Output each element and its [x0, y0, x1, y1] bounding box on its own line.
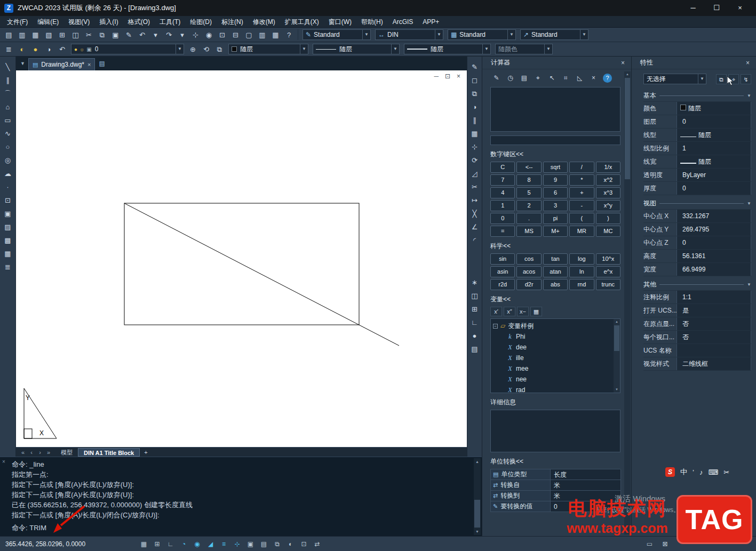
- open-file-icon[interactable]: ▥: [16, 29, 28, 41]
- dropdown-arrow-icon[interactable]: ▼: [507, 30, 515, 39]
- redo-list-icon[interactable]: ▾: [176, 29, 188, 41]
- edit-variable-icon[interactable]: x″: [504, 307, 515, 316]
- layer-states-icon[interactable]: ◐: [16, 43, 28, 55]
- lineweight-combo[interactable]: 随层 ▼: [404, 44, 491, 54]
- calculator-scrollbar[interactable]: ▲: [624, 71, 631, 534]
- minimize-button[interactable]: ─: [681, 0, 705, 16]
- calc-key[interactable]: trunc: [596, 279, 620, 290]
- calc-key[interactable]: 7: [490, 174, 515, 186]
- next-tab-icon[interactable]: ›: [36, 449, 44, 456]
- copy-icon[interactable]: ⧉: [468, 87, 481, 100]
- dynamic-input-icon[interactable]: ⊹: [232, 539, 243, 549]
- doc-close-button[interactable]: ×: [457, 73, 460, 80]
- table-style-combo[interactable]: ▦ Standard ▼: [448, 29, 516, 40]
- calc-key[interactable]: 9: [543, 174, 568, 186]
- linetype-combo[interactable]: 随层 ▼: [313, 44, 400, 54]
- variable-item[interactable]: k Phi: [493, 331, 612, 342]
- new-file-icon[interactable]: ▤: [3, 29, 15, 41]
- annotation-scale-icon[interactable]: ▤: [258, 539, 269, 549]
- point-tool-icon[interactable]: ∙: [2, 181, 14, 193]
- extend-icon[interactable]: ↦: [468, 194, 481, 206]
- menu-item[interactable]: 视图(V): [63, 16, 94, 28]
- copy-clip-icon[interactable]: ⧉: [96, 29, 108, 41]
- property-value[interactable]: 1: [677, 142, 751, 155]
- dropdown-arrow-icon[interactable]: ▼: [698, 74, 706, 84]
- calc-key[interactable]: +: [569, 187, 594, 198]
- dropdown-arrow-icon[interactable]: ▼: [362, 30, 370, 39]
- command-prompt[interactable]: 命令: TRIM: [12, 523, 46, 533]
- calc-key[interactable]: rnd: [569, 279, 594, 290]
- plot-icon[interactable]: ⊞: [56, 29, 68, 41]
- calc-key[interactable]: 8: [516, 174, 541, 186]
- toggle-pickadd-icon[interactable]: ⧉: [716, 74, 727, 84]
- calc-key[interactable]: <--: [516, 162, 541, 173]
- block-tool-icon[interactable]: ⊡: [2, 194, 14, 206]
- polygon-tool-icon[interactable]: ⌂: [2, 101, 14, 113]
- paste-to-command-icon[interactable]: ▤: [518, 73, 530, 84]
- numpad-header[interactable]: 数字键区<<: [490, 150, 620, 159]
- clean-screen-icon[interactable]: ⊠: [659, 539, 671, 549]
- layer-previous-icon[interactable]: ↶: [56, 43, 68, 55]
- doc-restore-button[interactable]: ⊡: [445, 73, 450, 80]
- command-scrollbar[interactable]: ▲ ▼: [474, 458, 481, 535]
- calc-key[interactable]: pi: [543, 213, 568, 224]
- property-value[interactable]: 0: [677, 236, 751, 249]
- mleader-style-combo[interactable]: ↗ Standard ▼: [520, 29, 588, 40]
- unit-row-value[interactable]: 长度: [551, 469, 621, 480]
- new-tab-icon[interactable]: ▤: [95, 60, 108, 67]
- unit-row-value[interactable]: 米: [551, 480, 621, 491]
- property-value[interactable]: 56.1361: [677, 250, 751, 262]
- prev-tab-icon[interactable]: ‹: [28, 449, 35, 456]
- variable-item[interactable]: X dee: [493, 342, 612, 353]
- match-properties-icon[interactable]: ✎: [123, 29, 135, 41]
- calc-key[interactable]: r2d: [490, 279, 515, 290]
- command-window[interactable]: × 命令: _line指定第一点:指定下一点或 [角度(A)/长度(L)/放弃(…: [0, 457, 482, 536]
- variable-item[interactable]: X nee: [493, 374, 612, 385]
- calc-key[interactable]: abs: [543, 279, 568, 290]
- menu-item[interactable]: 格式(O): [123, 16, 155, 28]
- ortho-icon[interactable]: ∟: [165, 539, 176, 549]
- layer-isolate-icon[interactable]: ◑: [43, 43, 55, 55]
- get-point-icon[interactable]: ⌖: [532, 73, 544, 84]
- undo-icon[interactable]: ↶: [136, 29, 148, 41]
- insert-block-tool-icon[interactable]: ▣: [2, 207, 14, 220]
- menu-item[interactable]: 绘图(D): [185, 16, 217, 28]
- spline-tool-icon[interactable]: ∿: [2, 127, 14, 140]
- esnap-icon[interactable]: ◉: [192, 539, 203, 549]
- grid-icon[interactable]: ▦: [138, 539, 149, 549]
- calc-key[interactable]: 10^x: [596, 253, 620, 265]
- ucs-tool-icon[interactable]: ∟: [468, 316, 481, 329]
- property-value[interactable]: [677, 344, 751, 357]
- property-value[interactable]: 66.9499: [677, 263, 751, 276]
- make-object-layer-current-icon[interactable]: ⊕: [187, 43, 199, 55]
- tab-model[interactable]: 模型: [55, 448, 78, 457]
- calculator-input[interactable]: [490, 135, 620, 145]
- redo-icon[interactable]: ↷: [163, 29, 175, 41]
- lineweight-icon[interactable]: ≡: [218, 539, 229, 549]
- section-header-label[interactable]: 其他: [643, 280, 656, 289]
- named-views-icon[interactable]: ▢: [243, 29, 255, 41]
- calc-key[interactable]: (: [569, 213, 594, 224]
- calc-key[interactable]: MC: [596, 226, 620, 237]
- calc-key[interactable]: d2r: [516, 279, 541, 290]
- menu-item[interactable]: 修改(M): [248, 16, 280, 28]
- scroll-up-icon[interactable]: ▲: [474, 458, 481, 465]
- mirror-icon[interactable]: ◑: [468, 101, 481, 113]
- properties-toggle-icon[interactable]: ▤: [468, 343, 481, 355]
- calc-key[interactable]: ): [596, 213, 620, 224]
- calc-key[interactable]: cos: [516, 253, 541, 265]
- tree-collapse-icon[interactable]: −: [493, 324, 498, 329]
- selection-combo[interactable]: 无选择 ▼: [643, 74, 706, 84]
- distance-between-icon[interactable]: ↖: [546, 73, 558, 84]
- calc-key[interactable]: tan: [543, 253, 568, 265]
- line-tool-icon[interactable]: ╲: [2, 61, 14, 73]
- calc-key[interactable]: 1: [490, 200, 515, 211]
- calc-key[interactable]: x^2: [596, 174, 620, 186]
- intersection-icon[interactable]: ◺: [574, 73, 586, 84]
- drawing-canvas[interactable]: Y X ─ ⊡ ×: [16, 70, 467, 447]
- zoom-previous-icon[interactable]: ⊟: [229, 29, 242, 41]
- calc-help-icon[interactable]: ?: [603, 74, 612, 83]
- property-value[interactable]: 332.1267: [677, 210, 751, 222]
- property-value[interactable]: ByLayer: [677, 169, 751, 181]
- dropdown-arrow-icon[interactable]: ▼: [482, 44, 490, 54]
